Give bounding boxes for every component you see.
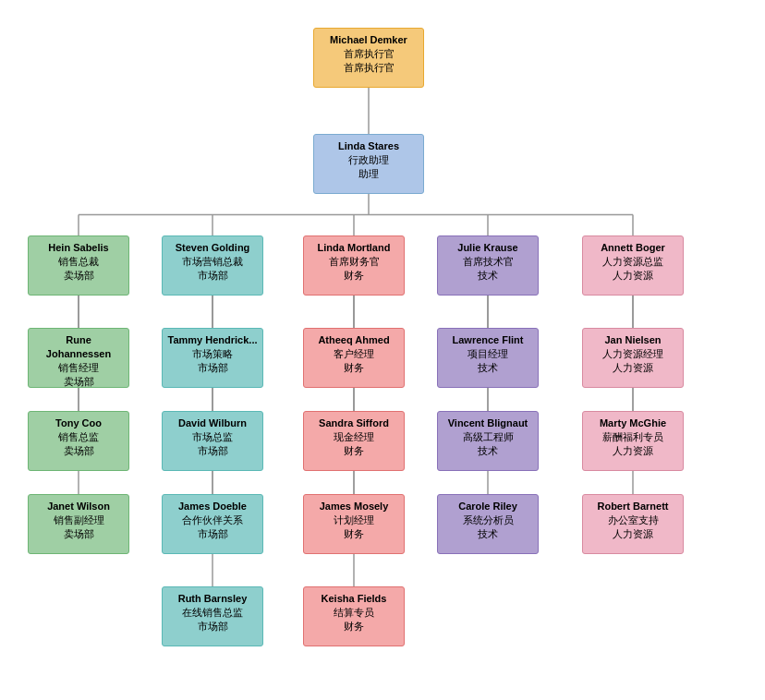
node-sandra: Sandra Sifford现金经理财务 <box>303 411 405 471</box>
node-julie-name: Julie Krause <box>442 241 534 255</box>
node-sandra-dept: 财务 <box>308 444 400 458</box>
node-rune-name: Rune Johannessen <box>32 333 125 361</box>
node-steven-dept: 市场部 <box>166 269 259 283</box>
node-marty-role: 薪酬福利专员 <box>587 430 679 444</box>
node-atheeq-role: 客户经理 <box>308 347 400 361</box>
node-marty-dept: 人力资源 <box>587 444 679 458</box>
node-sandra-role: 现金经理 <box>308 430 400 444</box>
node-steven-role: 市场营销总裁 <box>166 255 259 269</box>
node-marty: Marty McGhie薪酬福利专员人力资源 <box>582 411 684 471</box>
node-tammy: Tammy Hendrick...市场策略市场部 <box>162 328 263 388</box>
node-linda_s-role: 行政助理 <box>318 153 419 167</box>
node-lawrence-dept: 技术 <box>442 361 534 375</box>
node-jan-dept: 人力资源 <box>587 361 679 375</box>
node-robert-dept: 人力资源 <box>587 527 679 541</box>
node-linda_m-dept: 财务 <box>308 269 400 283</box>
node-james_m-role: 计划经理 <box>308 513 400 527</box>
node-julie-dept: 技术 <box>442 269 534 283</box>
node-linda_m: Linda Mortland首席财务官财务 <box>303 235 405 296</box>
node-annett: Annett Boger人力资源总监人力资源 <box>582 235 684 296</box>
node-atheeq-dept: 财务 <box>308 361 400 375</box>
node-sandra-name: Sandra Sifford <box>308 416 400 430</box>
node-julie: Julie Krause首席技术官技术 <box>437 235 539 296</box>
node-linda_s-name: Linda Stares <box>318 139 419 153</box>
org-chart: Michael Demker首席执行官首席执行官Linda Stares行政助理… <box>9 0 756 665</box>
node-jan-name: Jan Nielsen <box>587 333 679 347</box>
node-robert-role: 办公室支持 <box>587 513 679 527</box>
node-tammy-dept: 市场部 <box>166 361 259 375</box>
node-carole: Carole Riley系统分析员技术 <box>437 494 539 554</box>
node-michael-name: Michael Demker <box>318 33 419 47</box>
node-tammy-role: 市场策略 <box>166 347 259 361</box>
node-james_m: James Mosely计划经理财务 <box>303 494 405 554</box>
node-linda_s: Linda Stares行政助理助理 <box>313 134 424 194</box>
node-vincent-role: 高级工程师 <box>442 430 534 444</box>
node-atheeq: Atheeq Ahmed客户经理财务 <box>303 328 405 388</box>
node-lawrence-name: Lawrence Flint <box>442 333 534 347</box>
node-steven: Steven Golding市场营销总裁市场部 <box>162 235 263 296</box>
node-hein: Hein Sabelis销售总裁卖场部 <box>28 235 129 296</box>
node-james_d-dept: 市场部 <box>166 527 259 541</box>
node-ruth-role: 在线销售总监 <box>166 606 259 620</box>
node-david-dept: 市场部 <box>166 444 259 458</box>
node-robert: Robert Barnett办公室支持人力资源 <box>582 494 684 554</box>
node-annett-name: Annett Boger <box>587 241 679 255</box>
node-vincent-name: Vincent Blignaut <box>442 416 534 430</box>
node-marty-name: Marty McGhie <box>587 416 679 430</box>
node-james_d: James Doeble合作伙伴关系市场部 <box>162 494 263 554</box>
node-rune-dept: 卖场部 <box>32 375 125 389</box>
node-keisha: Keisha Fields结算专员财务 <box>303 586 405 646</box>
node-janet-name: Janet Wilson <box>32 500 125 513</box>
node-hein-name: Hein Sabelis <box>32 241 125 255</box>
node-hein-dept: 卖场部 <box>32 269 125 283</box>
node-janet-role: 销售副经理 <box>32 513 125 527</box>
node-james_d-name: James Doeble <box>166 500 259 513</box>
node-atheeq-name: Atheeq Ahmed <box>308 333 400 347</box>
node-lawrence-role: 项目经理 <box>442 347 534 361</box>
node-keisha-role: 结算专员 <box>308 606 400 620</box>
node-annett-dept: 人力资源 <box>587 269 679 283</box>
node-ruth-dept: 市场部 <box>166 620 259 634</box>
node-robert-name: Robert Barnett <box>587 500 679 513</box>
node-michael-dept: 首席执行官 <box>318 61 419 75</box>
node-keisha-name: Keisha Fields <box>308 592 400 606</box>
node-linda_s-dept: 助理 <box>318 167 419 181</box>
node-james_m-name: James Mosely <box>308 500 400 513</box>
node-ruth-name: Ruth Barnsley <box>166 592 259 606</box>
node-carole-dept: 技术 <box>442 527 534 541</box>
node-david: David Wilburn市场总监市场部 <box>162 411 263 471</box>
node-steven-name: Steven Golding <box>166 241 259 255</box>
node-david-role: 市场总监 <box>166 430 259 444</box>
node-julie-role: 首席技术官 <box>442 255 534 269</box>
node-linda_m-role: 首席财务官 <box>308 255 400 269</box>
node-vincent-dept: 技术 <box>442 444 534 458</box>
node-tony: Tony Coo销售总监卖场部 <box>28 411 129 471</box>
node-tammy-name: Tammy Hendrick... <box>166 333 259 347</box>
node-michael-role: 首席执行官 <box>318 47 419 61</box>
node-james_m-dept: 财务 <box>308 527 400 541</box>
node-tony-name: Tony Coo <box>32 416 125 430</box>
node-carole-name: Carole Riley <box>442 500 534 513</box>
node-hein-role: 销售总裁 <box>32 255 125 269</box>
node-rune-role: 销售经理 <box>32 361 125 375</box>
node-keisha-dept: 财务 <box>308 620 400 634</box>
node-annett-role: 人力资源总监 <box>587 255 679 269</box>
node-david-name: David Wilburn <box>166 416 259 430</box>
node-janet: Janet Wilson销售副经理卖场部 <box>28 494 129 554</box>
node-linda_m-name: Linda Mortland <box>308 241 400 255</box>
node-lawrence: Lawrence Flint项目经理技术 <box>437 328 539 388</box>
node-jan-role: 人力资源经理 <box>587 347 679 361</box>
node-janet-dept: 卖场部 <box>32 527 125 541</box>
node-michael: Michael Demker首席执行官首席执行官 <box>313 28 424 88</box>
node-jan: Jan Nielsen人力资源经理人力资源 <box>582 328 684 388</box>
node-ruth: Ruth Barnsley在线销售总监市场部 <box>162 586 263 646</box>
node-tony-dept: 卖场部 <box>32 444 125 458</box>
node-vincent: Vincent Blignaut高级工程师技术 <box>437 411 539 471</box>
node-tony-role: 销售总监 <box>32 430 125 444</box>
node-carole-role: 系统分析员 <box>442 513 534 527</box>
node-rune: Rune Johannessen销售经理卖场部 <box>28 328 129 388</box>
org-chart-wrapper: Michael Demker首席执行官首席执行官Linda Stares行政助理… <box>9 0 756 665</box>
node-james_d-role: 合作伙伴关系 <box>166 513 259 527</box>
